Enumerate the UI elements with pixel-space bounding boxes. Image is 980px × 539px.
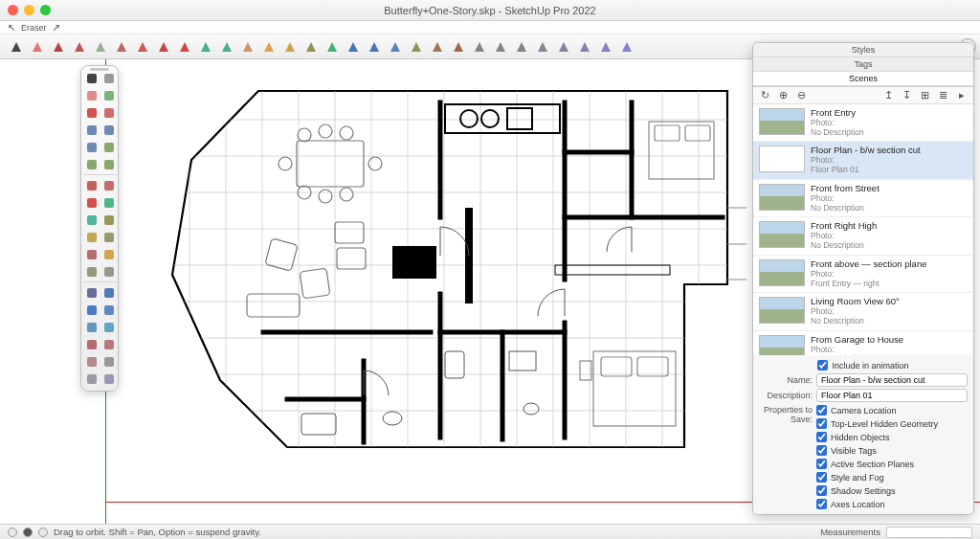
- axes-icon[interactable]: [83, 246, 100, 262]
- tab-styles[interactable]: Styles: [753, 43, 973, 57]
- polygon-icon[interactable]: [83, 139, 100, 155]
- freehand-icon[interactable]: [100, 104, 117, 121]
- offset-icon[interactable]: [155, 38, 172, 56]
- rectangle-icon[interactable]: [83, 122, 100, 138]
- scene-row[interactable]: Front above — section planePhoto:Front E…: [753, 256, 973, 293]
- zoom-extents-icon[interactable]: [387, 38, 404, 56]
- measurements-input[interactable]: [886, 527, 972, 538]
- followme-icon[interactable]: [100, 212, 117, 228]
- scene-row[interactable]: Front from StreetPhoto:No Description: [753, 180, 973, 217]
- pie-icon[interactable]: [100, 156, 117, 172]
- scene-move-up-icon[interactable]: ↥: [882, 89, 895, 101]
- minimize-window-button[interactable]: [24, 5, 34, 15]
- orbit-icon[interactable]: [323, 38, 341, 56]
- move-icon[interactable]: [176, 38, 193, 56]
- circle-icon[interactable]: [100, 122, 117, 138]
- line-icon[interactable]: [83, 104, 100, 121]
- scene-prop-checkbox[interactable]: [816, 405, 827, 415]
- scene-view-thumb-icon[interactable]: ⊞: [919, 89, 931, 101]
- credits-icon[interactable]: [23, 528, 33, 537]
- geo-location-icon[interactable]: [8, 528, 17, 537]
- text-label-icon[interactable]: [281, 38, 299, 56]
- extension-d-icon[interactable]: [534, 38, 551, 56]
- add-scene-icon[interactable]: ⊕: [777, 89, 790, 101]
- rectangle-icon[interactable]: [113, 38, 130, 56]
- select-arrow-icon[interactable]: [8, 38, 25, 56]
- eraser-icon[interactable]: [83, 87, 100, 103]
- scale-icon[interactable]: [218, 38, 235, 56]
- scene-move-down-icon[interactable]: ↧: [901, 89, 913, 101]
- zoom-icon[interactable]: [366, 38, 383, 56]
- arc2-icon[interactable]: [83, 156, 100, 172]
- rotate-icon[interactable]: [100, 194, 117, 211]
- tab-scenes[interactable]: Scenes: [753, 72, 973, 86]
- scene-prop-checkbox[interactable]: [816, 472, 827, 483]
- tape-icon[interactable]: [83, 229, 100, 245]
- look-icon[interactable]: [100, 336, 117, 352]
- scene-row[interactable]: Floor Plan - b/w section cutPhoto:Floor …: [753, 142, 973, 179]
- scene-menu-icon[interactable]: ▸: [955, 89, 968, 101]
- close-window-button[interactable]: [8, 5, 18, 15]
- arc-icon[interactable]: [71, 38, 88, 56]
- plugins-3-icon[interactable]: [450, 38, 467, 56]
- scene-view-list-icon[interactable]: ≣: [937, 89, 949, 101]
- plugins-2-icon[interactable]: [429, 38, 446, 56]
- pushpull-icon[interactable]: [83, 177, 100, 193]
- scale-icon[interactable]: [83, 212, 100, 228]
- paint-icon[interactable]: [100, 87, 117, 103]
- section-icon[interactable]: [83, 284, 100, 301]
- sandbox-a-icon[interactable]: [100, 353, 117, 370]
- lasso-icon[interactable]: [100, 70, 117, 86]
- tab-tags[interactable]: Tags: [753, 57, 973, 72]
- scene-desc-input[interactable]: [816, 389, 968, 402]
- select-icon[interactable]: [83, 70, 100, 86]
- scene-row[interactable]: Front EntryPhoto:No Description: [753, 104, 973, 142]
- scenes-list[interactable]: Front EntryPhoto:No DescriptionFloor Pla…: [753, 104, 973, 355]
- scene-prop-checkbox[interactable]: [816, 499, 827, 509]
- scene-row[interactable]: Living Room View 60°Photo:No Description: [753, 293, 973, 330]
- pan-icon[interactable]: [345, 38, 362, 56]
- update-scene-icon[interactable]: ↻: [759, 89, 771, 101]
- move-icon[interactable]: [83, 194, 100, 211]
- scene-prop-checkbox[interactable]: [816, 445, 827, 456]
- pan-icon[interactable]: [83, 302, 100, 318]
- push-pull-icon[interactable]: [134, 38, 151, 56]
- 3dtext-icon[interactable]: [100, 263, 117, 280]
- scene-prop-checkbox[interactable]: [816, 432, 827, 442]
- zoomext-icon[interactable]: [100, 319, 117, 335]
- scene-name-input[interactable]: [816, 373, 968, 387]
- plugins-1-icon[interactable]: [408, 38, 425, 56]
- scene-row[interactable]: Front Right HighPhoto:No Description: [753, 217, 973, 255]
- include-in-animation-checkbox[interactable]: [817, 360, 828, 371]
- extension-h-icon[interactable]: [618, 38, 635, 56]
- extension-b-icon[interactable]: [492, 38, 509, 56]
- extension-a-icon[interactable]: [471, 38, 488, 56]
- walk-icon[interactable]: [83, 353, 100, 370]
- orbit-icon[interactable]: [100, 284, 117, 301]
- sandbox-b-icon[interactable]: [83, 371, 100, 387]
- line-icon[interactable]: [50, 38, 67, 56]
- offset-icon[interactable]: [100, 177, 117, 193]
- scenes-panel[interactable]: Styles Tags Scenes ↻ ⊕ ⊖ ↥ ↧ ⊞ ≣ ▸ Front…: [752, 42, 974, 515]
- tool-palette[interactable]: [80, 65, 119, 392]
- position-cam-icon[interactable]: [83, 336, 100, 352]
- profile-icon[interactable]: [38, 528, 48, 537]
- zoomwin-icon[interactable]: [83, 319, 100, 335]
- extension-c-icon[interactable]: [513, 38, 530, 56]
- rotate-icon[interactable]: [197, 38, 214, 56]
- protractor-icon[interactable]: [100, 229, 117, 245]
- section-plane-icon[interactable]: [239, 38, 256, 56]
- extension-g-icon[interactable]: [597, 38, 614, 56]
- shape-menu-icon[interactable]: [92, 38, 109, 56]
- dim-icon[interactable]: [100, 246, 117, 262]
- scene-prop-checkbox[interactable]: [816, 485, 827, 496]
- scene-row[interactable]: From Garage to HousePhoto:No Description: [753, 331, 973, 355]
- zoom-window-button[interactable]: [40, 5, 51, 15]
- scene-prop-checkbox[interactable]: [816, 459, 827, 469]
- eraser-icon[interactable]: [29, 38, 46, 56]
- zoom-icon[interactable]: [100, 302, 117, 318]
- remove-scene-icon[interactable]: ⊖: [795, 89, 808, 101]
- text-icon[interactable]: [83, 263, 100, 280]
- extension-f-icon[interactable]: [576, 38, 593, 56]
- sandbox-c-icon[interactable]: [100, 371, 117, 387]
